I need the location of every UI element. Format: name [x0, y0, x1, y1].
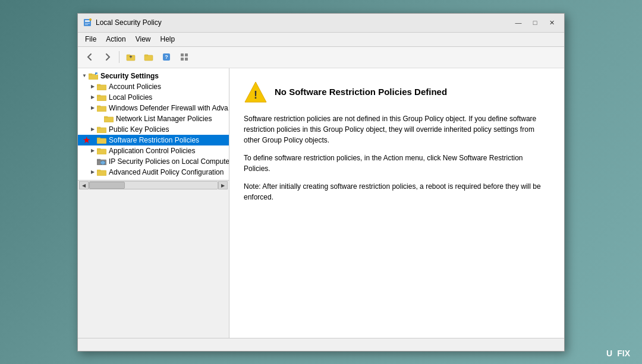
window-icon [83, 18, 92, 27]
scroll-thumb[interactable] [89, 182, 125, 189]
svg-rect-12 [185, 53, 188, 56]
content-paragraph-3: Note: After initially creating software … [244, 181, 550, 202]
advanced-audit-folder [97, 168, 106, 176]
svg-rect-18 [97, 85, 106, 90]
public-key-folder [97, 125, 106, 134]
advanced-audit-expand[interactable]: ▶ [89, 168, 97, 176]
app-control-label: Application Control Policies [109, 147, 195, 155]
svg-rect-31 [97, 148, 100, 150]
svg-rect-38 [97, 170, 100, 171]
scroll-track[interactable] [89, 181, 218, 189]
title-bar: Local Security Policy — □ ✕ [78, 14, 564, 33]
software-restriction-label: Software Restriction Policies [109, 136, 199, 144]
local-policies-label: Local Policies [109, 93, 152, 102]
svg-rect-16 [89, 74, 92, 75]
tree-item-account-policies[interactable]: ▶ Account Policies [78, 81, 229, 92]
svg-rect-8 [144, 55, 148, 56]
public-key-expand[interactable]: ▶ [89, 125, 97, 134]
menu-view[interactable]: View [131, 34, 156, 45]
ip-security-label: IP Security Policies on Local Computer [109, 157, 229, 166]
svg-text:!: ! [254, 89, 257, 101]
content-panel: ! No Software Restriction Policies Defin… [229, 68, 564, 338]
account-policies-label: Account Policies [109, 83, 161, 91]
scroll-left-arrow[interactable]: ◀ [79, 181, 89, 189]
main-content: ▼ Security Settings [78, 68, 564, 338]
window-controls: — □ ✕ [511, 17, 559, 29]
svg-rect-3 [85, 24, 88, 25]
software-restriction-folder [97, 136, 106, 144]
warning-icon: ! [244, 80, 268, 104]
menu-help[interactable]: Help [156, 34, 180, 45]
svg-rect-26 [97, 128, 106, 133]
svg-rect-33 [97, 159, 100, 160]
svg-text:?: ? [165, 54, 168, 60]
help-button[interactable]: ? [158, 49, 175, 65]
tree-item-network-list[interactable]: ▶ Network List Manager Policies [78, 113, 229, 124]
svg-rect-22 [97, 106, 106, 112]
tree-item-software-restriction[interactable]: ▶ Software Restriction Policies ★ [78, 135, 229, 145]
svg-rect-25 [104, 116, 108, 118]
tree-item-ip-security[interactable]: ▶ IP Security Policies on Local Computer [78, 156, 229, 167]
folder-button[interactable] [140, 49, 157, 65]
app-control-folder [97, 147, 106, 155]
svg-rect-2 [85, 23, 90, 24]
firewall-label: Windows Defender Firewall with Adva... [109, 104, 229, 112]
toolbar: ? [78, 47, 564, 68]
firewall-folder [97, 104, 106, 112]
menu-file[interactable]: File [80, 34, 101, 45]
svg-rect-29 [97, 138, 100, 139]
tree-item-app-control[interactable]: ▶ Application Control Policies [78, 145, 229, 156]
tree-item-advanced-audit[interactable]: ▶ Advanced Audit Policy Configuration [78, 167, 229, 178]
tree-item-public-key[interactable]: ▶ Public Key Policies [78, 124, 229, 135]
maximize-button[interactable]: □ [527, 17, 543, 29]
content-title: No Software Restriction Policies Defined [275, 87, 447, 97]
minimize-button[interactable]: — [511, 17, 526, 29]
firewall-expand[interactable]: ▶ [89, 104, 97, 112]
corner-u-label: U [606, 349, 612, 358]
svg-rect-30 [97, 149, 106, 154]
content-paragraph-1: Software restriction policies are not de… [244, 113, 550, 145]
folder-up-button[interactable] [122, 49, 139, 65]
corner-labels: U FIX [606, 349, 630, 358]
network-list-folder [104, 115, 114, 123]
svg-rect-13 [181, 58, 184, 61]
advanced-audit-label: Advanced Audit Policy Configuration [109, 168, 224, 176]
forward-button[interactable] [99, 49, 116, 65]
menu-action[interactable]: Action [101, 34, 130, 45]
content-paragraph-2: To define software restriction policies,… [244, 153, 550, 174]
window: Local Security Policy — □ ✕ File Action … [77, 13, 565, 352]
svg-rect-19 [97, 84, 100, 86]
status-bar [78, 338, 564, 351]
content-header: ! No Software Restriction Policies Defin… [244, 80, 550, 104]
content-body: Software restriction policies are not de… [244, 113, 550, 202]
root-folder-icon [89, 72, 98, 80]
grid-button[interactable] [176, 49, 193, 65]
svg-rect-7 [144, 55, 153, 61]
tree-item-local-policies[interactable]: ▶ Local Policies [78, 92, 229, 103]
scroll-right-arrow[interactable]: ▶ [218, 181, 228, 189]
tree-item-firewall[interactable]: ▶ Windows Defender Firewall with Adva... [78, 103, 229, 113]
toolbar-separator-1 [119, 51, 119, 63]
svg-rect-6 [127, 55, 130, 56]
tree-scrollbar: ◀ ▶ [78, 180, 229, 191]
close-button[interactable]: ✕ [544, 17, 559, 29]
back-button[interactable] [81, 49, 98, 65]
public-key-label: Public Key Policies [109, 125, 169, 134]
root-label: Security Settings [100, 72, 159, 80]
svg-rect-20 [97, 96, 106, 101]
svg-rect-24 [104, 117, 114, 122]
menu-bar: File Action View Help [78, 33, 564, 47]
account-policies-expand[interactable]: ▶ [89, 83, 97, 91]
root-expand-arrow[interactable]: ▼ [80, 72, 89, 80]
account-policies-folder [97, 83, 106, 91]
svg-rect-37 [97, 170, 106, 176]
local-policies-expand[interactable]: ▶ [89, 93, 97, 102]
svg-rect-14 [185, 58, 188, 61]
app-control-expand[interactable]: ▶ [89, 147, 97, 155]
red-star-icon: ★ [83, 135, 90, 145]
svg-rect-15 [89, 74, 98, 80]
network-list-label: Network List Manager Policies [116, 115, 212, 123]
svg-rect-21 [97, 95, 100, 96]
tree-root[interactable]: ▼ Security Settings [78, 71, 229, 81]
local-policies-folder [97, 93, 106, 102]
